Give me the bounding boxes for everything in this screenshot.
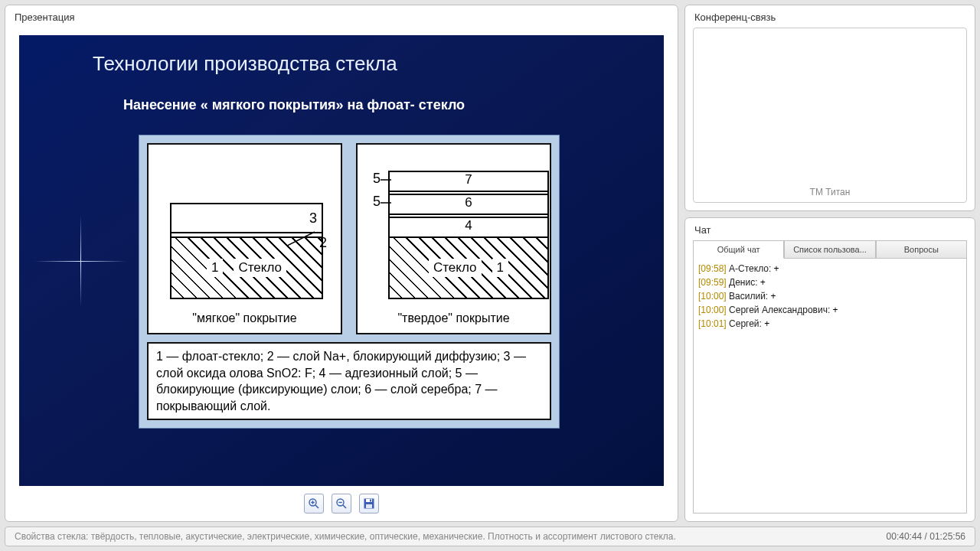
save-button[interactable] — [359, 494, 379, 514]
zoom-out-icon — [335, 497, 348, 510]
label-6: 6 — [465, 195, 472, 210]
zoom-in-icon — [308, 497, 320, 510]
legend: 1 — флоат-стекло; 2 — слой Na+, блокирую… — [147, 342, 551, 420]
conference-panel: Конференц-связь ТМ Титан — [684, 5, 975, 211]
zoom-out-button[interactable] — [332, 494, 351, 514]
svg-line-0 — [287, 232, 315, 246]
label-1-text: Стекло — [234, 259, 286, 277]
slide-toolbar — [19, 486, 664, 521]
slide-title: Технологии производства стекла — [93, 52, 636, 76]
label-4: 4 — [465, 218, 472, 233]
caption-soft: "мягкое" покрытие — [149, 311, 341, 325]
chat-message: [09:58] А-Стекло: + — [698, 262, 962, 276]
diagram-hard: 7 6 4 Стекло 1 — [356, 143, 551, 334]
caption-hard: "твердое" покрытие — [358, 311, 550, 325]
slide-area: Технологии производства стекла Нанесение… — [5, 28, 678, 521]
save-icon — [363, 497, 375, 510]
chat-panel: Чат Общий чат Список пользова... Вопросы… — [684, 217, 975, 522]
chat-title: Чат — [685, 218, 975, 240]
presentation-panel: Презентация Технологии производства стек… — [5, 5, 678, 522]
zoom-in-button[interactable] — [304, 494, 324, 514]
tab-general-chat[interactable]: Общий чат — [693, 240, 784, 259]
label-3: 3 — [309, 210, 317, 227]
label-2: 2 — [319, 235, 327, 251]
conference-video[interactable]: ТМ Титан — [693, 28, 967, 203]
label-5a: 5 — [373, 171, 381, 187]
slide-subtitle: Нанесение « мягкого покрытия» на флоат- … — [123, 97, 636, 113]
diagram-soft: 3 1 Стекло 2 — [147, 143, 342, 334]
chat-message: [10:00] Сергей Александрович: + — [698, 303, 962, 317]
label-5b: 5 — [373, 194, 381, 210]
chat-message: [09:59] Денис: + — [698, 276, 962, 289]
diagram-wrap: 3 1 Стекло 2 — [139, 135, 560, 429]
label-1h-text: Стекло — [429, 259, 482, 277]
label-1h-num: 1 — [492, 259, 508, 277]
chat-message: [10:00] Василий: + — [698, 289, 962, 303]
tab-user-list[interactable]: Список пользова... — [784, 240, 875, 259]
chat-message: [10:01] Сергей: + — [698, 317, 962, 331]
tab-questions[interactable]: Вопросы — [876, 240, 967, 259]
chat-tabs: Общий чат Список пользова... Вопросы — [693, 240, 967, 259]
status-bar: Свойства стекла: твёрдость, тепловые, ак… — [5, 527, 975, 546]
svg-rect-13 — [370, 500, 371, 502]
presentation-title: Презентация — [5, 5, 678, 28]
label-7: 7 — [465, 172, 472, 187]
status-text: Свойства стекла: твёрдость, тепловые, ак… — [15, 531, 676, 542]
svg-line-8 — [343, 505, 346, 508]
conference-title: Конференц-связь — [685, 5, 975, 28]
label-1-num: 1 — [207, 259, 223, 277]
conference-watermark: ТМ Титан — [694, 187, 966, 197]
svg-rect-12 — [366, 504, 372, 508]
playback-time: 00:40:44 / 01:25:56 — [887, 531, 965, 542]
svg-line-4 — [315, 505, 318, 508]
chat-messages[interactable]: [09:58] А-Стекло: + [09:59] Денис: + [10… — [693, 259, 967, 514]
slide: Технологии производства стекла Нанесение… — [19, 35, 664, 486]
